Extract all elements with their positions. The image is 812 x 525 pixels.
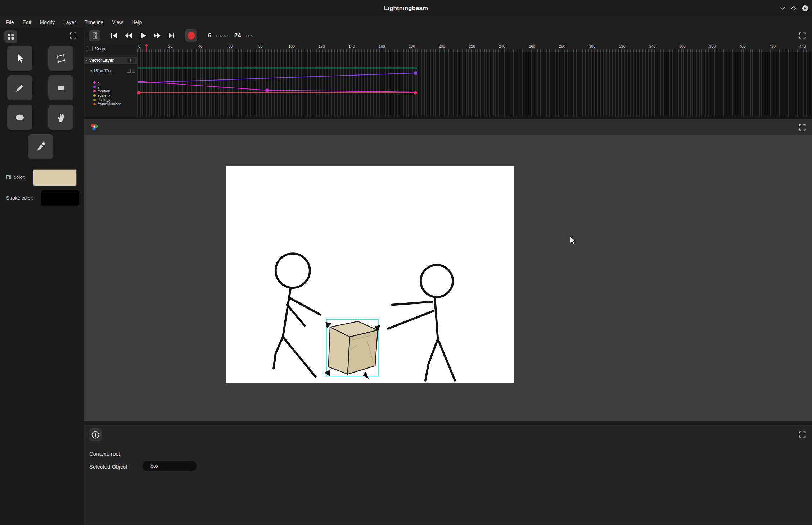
snap-checkbox[interactable]: [87, 46, 93, 51]
menu-item-edit[interactable]: Edit: [18, 17, 36, 28]
object-visibility-button[interactable]: [132, 69, 135, 73]
snap-label: Snap: [95, 46, 105, 51]
stage-logo-button[interactable]: [89, 122, 100, 132]
timeline-expand-button[interactable]: [798, 31, 807, 40]
ruler-label-300: 300: [589, 44, 596, 49]
ruler-ticks: [137, 49, 812, 52]
transform-tool-button[interactable]: [48, 46, 73, 71]
rewind-icon: [123, 30, 134, 41]
rectangle-tool-button[interactable]: [48, 75, 73, 100]
maximize-icon[interactable]: [791, 6, 796, 11]
playhead[interactable]: [146, 44, 147, 52]
tool-panel-expand-button[interactable]: [68, 31, 78, 40]
canvas[interactable]: [226, 166, 514, 383]
property-label: frameNumber: [98, 102, 121, 106]
fast-forward-icon: [152, 30, 162, 41]
timeline-ruler[interactable]: 0204060801001201401601802002202402602803…: [137, 44, 812, 52]
object-id: 151ad70a...: [94, 69, 114, 73]
info-button[interactable]: [89, 428, 102, 441]
fill-color-swatch[interactable]: [33, 169, 77, 186]
property-color-dot: [93, 94, 96, 97]
layer-options-button[interactable]: [127, 59, 131, 62]
snap-option: Snap: [87, 46, 105, 51]
stick-figure-left[interactable]: [274, 254, 320, 377]
skip-end-icon: [166, 30, 177, 41]
rewind-button[interactable]: [123, 30, 134, 41]
play-button[interactable]: [137, 30, 148, 41]
menu-item-view[interactable]: View: [108, 17, 127, 28]
selected-object-label: Selected Object: [89, 464, 127, 470]
object-collapse-icon[interactable]: ▾: [90, 69, 92, 73]
window-controls: [780, 0, 808, 17]
timeline-panel: 6 FRAME 24 FPS 0204060801001201401601802…: [84, 28, 812, 117]
fps-caption: FPS: [246, 34, 253, 38]
select-arrow-icon: [14, 52, 26, 64]
stroke-color-label: Stroke color:: [6, 195, 33, 201]
ruler-label-420: 420: [770, 44, 776, 49]
property-row-x[interactable]: x: [84, 80, 137, 85]
keyframe-marker[interactable]: [414, 91, 417, 95]
frame-indicator: 6 FRAME 24 FPS: [208, 28, 253, 43]
close-icon[interactable]: [802, 5, 808, 12]
curve-purple[interactable]: [138, 73, 415, 83]
ellipse-icon: [14, 111, 26, 123]
property-row-scale_x[interactable]: scale_x: [84, 93, 137, 97]
panel-grid-button[interactable]: [4, 30, 17, 43]
property-row-rotation[interactable]: rotation: [84, 89, 137, 93]
select-tool-button[interactable]: [7, 46, 32, 71]
curve-magenta[interactable]: [138, 81, 415, 92]
layer-collapse-icon[interactable]: ▾: [86, 59, 88, 62]
inspector-expand-button[interactable]: [798, 430, 807, 439]
menu-item-timeline[interactable]: Timeline: [80, 17, 108, 28]
skip-start-icon: [108, 30, 119, 41]
draw-tool-button[interactable]: [7, 75, 32, 100]
stage-area[interactable]: [84, 135, 812, 421]
film-button[interactable]: [89, 30, 100, 41]
stick-figure-right[interactable]: [388, 265, 455, 380]
ruler-label-220: 220: [469, 44, 475, 49]
ruler-label-380: 380: [709, 44, 716, 49]
property-row-frameNumber[interactable]: frameNumber: [84, 102, 137, 106]
skip-to-end-button[interactable]: [166, 30, 177, 41]
layer-row-vectorlayer[interactable]: ▾ VectorLayer: [84, 57, 137, 64]
stage-expand-button[interactable]: [798, 123, 807, 132]
keyframe-marker[interactable]: [266, 89, 269, 92]
current-frame-value: 6: [208, 32, 211, 39]
object-options-button[interactable]: [127, 69, 131, 73]
record-button[interactable]: [185, 29, 197, 42]
fast-forward-button[interactable]: [152, 30, 162, 41]
menu-item-help[interactable]: Help: [127, 17, 146, 28]
property-row-y[interactable]: y: [84, 85, 137, 89]
ruler-label-80: 80: [258, 44, 263, 49]
eyedropper-tool-button[interactable]: [28, 134, 53, 159]
selected-object-value[interactable]: box: [143, 461, 197, 471]
ruler-label-260: 260: [529, 44, 536, 49]
property-label: rotation: [98, 89, 110, 93]
ruler-label-0: 0: [138, 44, 140, 49]
property-label: y: [98, 85, 99, 89]
property-label: scale_x: [98, 93, 110, 97]
menu-item-modify[interactable]: Modify: [36, 17, 59, 28]
property-color-dot: [93, 81, 96, 84]
property-row-scale_y[interactable]: scale_y: [84, 97, 137, 102]
object-row[interactable]: ▾ 151ad70a...: [84, 67, 137, 74]
ellipse-tool-button[interactable]: [7, 105, 32, 130]
title-bar: Lightningbeam: [0, 0, 812, 17]
layer-visibility-button[interactable]: [132, 59, 135, 62]
keyframe-marker[interactable]: [137, 91, 141, 95]
property-color-dot: [93, 99, 96, 101]
skip-to-start-button[interactable]: [108, 30, 119, 41]
rectangle-icon: [55, 82, 67, 94]
keyframe-marker[interactable]: [414, 72, 417, 75]
menu-item-file[interactable]: File: [1, 17, 18, 28]
hand-tool-button[interactable]: [48, 105, 73, 130]
mouse-cursor: [569, 236, 577, 246]
color-logo-icon: [90, 122, 99, 132]
menu-item-layer[interactable]: Layer: [59, 17, 80, 28]
window-menu-chevron-icon[interactable]: [780, 6, 785, 10]
box-object[interactable]: [329, 321, 378, 374]
ruler-label-280: 280: [559, 44, 565, 49]
record-icon: [186, 31, 196, 41]
fill-color-label: Fill color:: [6, 174, 26, 180]
stroke-color-swatch[interactable]: [41, 190, 79, 206]
